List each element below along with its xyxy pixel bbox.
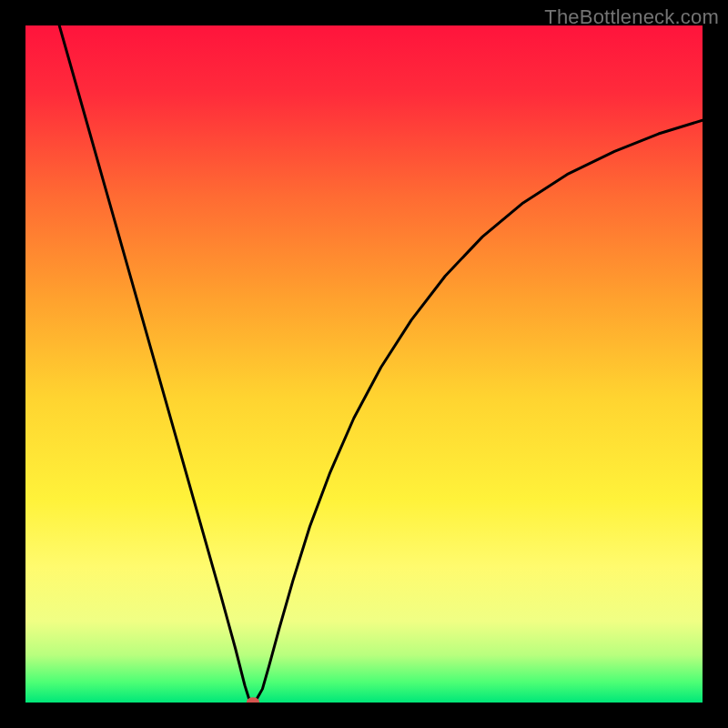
watermark-text: TheBottleneck.com — [544, 5, 719, 29]
chart-frame — [25, 25, 703, 703]
gradient-background — [25, 25, 703, 703]
bottleneck-chart — [25, 25, 703, 703]
